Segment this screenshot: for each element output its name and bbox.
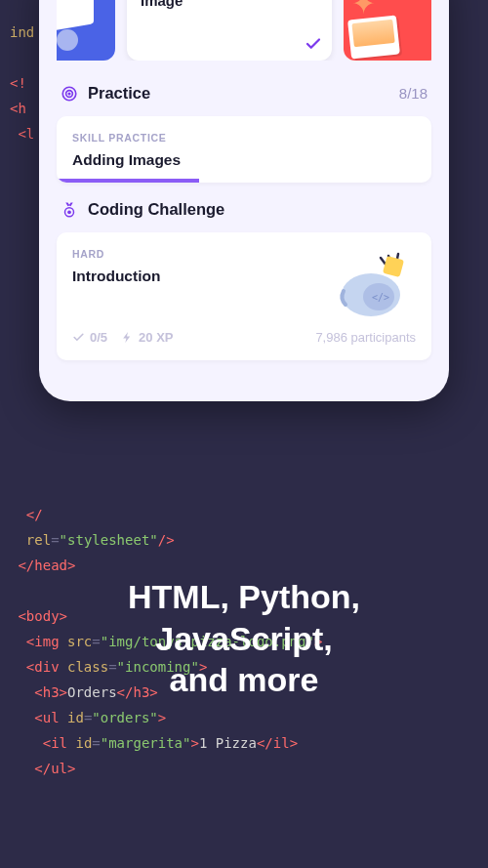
headline-line-3: and more [39, 659, 449, 701]
practice-section-head: Practice 8/18 [57, 84, 431, 103]
challenge-section-head: Coding Challenge [57, 200, 431, 219]
challenge-section: Coding Challenge HARD Introduction </> 0… [57, 200, 431, 360]
promo-headline: HTML, Python, JavaScript, and more [0, 576, 488, 701]
svg-rect-5 [383, 256, 404, 277]
medal-icon [61, 201, 78, 219]
challenge-participants: 7,986 participants [315, 330, 416, 345]
practice-section: Practice 8/18 SKILL PRACTICE Adding Imag… [57, 84, 431, 183]
practice-card-title: Adding Images [72, 151, 416, 169]
check-small-icon [72, 331, 85, 344]
practice-counter: 8/18 [399, 85, 427, 102]
challenge-xp-text: 20 XP [139, 330, 173, 345]
phone-app-card: Image ✦ Practice 8/18 SKILL PRACTICE Add… [39, 0, 449, 401]
practice-card[interactable]: SKILL PRACTICE Adding Images [57, 116, 431, 183]
challenge-progress-stat: 0/5 [72, 330, 107, 345]
bolt-icon [121, 331, 134, 344]
svg-point-4 [67, 210, 71, 214]
practice-eyebrow: SKILL PRACTICE [72, 132, 416, 144]
challenge-xp-stat: 20 XP [121, 330, 173, 345]
practice-progress-bar [57, 179, 199, 183]
challenge-card[interactable]: HARD Introduction </> 0/5 20 XP [57, 232, 431, 360]
target-icon [61, 85, 78, 103]
lesson-card-label: Image [141, 0, 183, 9]
photo-illustration [347, 15, 400, 59]
headline-line-1: HTML, Python, [39, 576, 449, 618]
news-illustration [57, 29, 78, 51]
lesson-card-current[interactable]: Image [127, 0, 332, 61]
practice-title: Practice [88, 84, 150, 103]
svg-point-2 [68, 93, 70, 95]
code-line: ind [10, 24, 34, 40]
lesson-card-prev[interactable] [57, 0, 115, 61]
whistle-illustration: </> [330, 252, 418, 322]
svg-text:</>: </> [372, 292, 389, 303]
challenge-stats: 0/5 20 XP 7,986 participants [72, 330, 416, 345]
lesson-cards-row: Image ✦ [57, 0, 431, 61]
check-icon [305, 35, 322, 53]
challenge-progress-text: 0/5 [90, 330, 107, 345]
challenge-title: Coding Challenge [88, 200, 224, 219]
headline-line-2: JavaScript, [39, 618, 449, 660]
lesson-card-next[interactable]: ✦ [344, 0, 431, 61]
